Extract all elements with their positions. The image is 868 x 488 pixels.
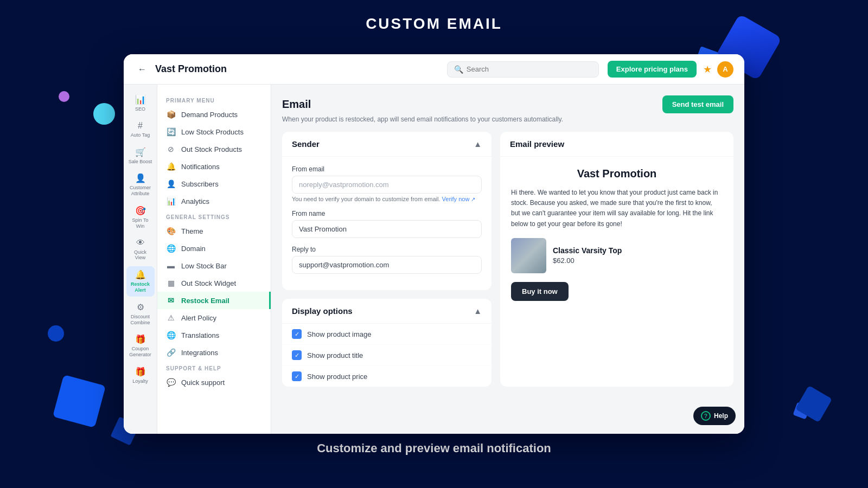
preview-body-text: Hi there. We wanted to let you know that… [511, 188, 723, 229]
nav-notifications[interactable]: 🔔 Notifications [157, 158, 271, 175]
sidebar-item-quick-view[interactable]: 👁 Quick View [126, 235, 155, 265]
notifications-icon: 🔔 [166, 162, 176, 171]
sender-card: Sender ▲ From email You need to verify y… [282, 132, 492, 290]
app-header: ← Vast Promotion 🔍 Explore pricing plans… [124, 54, 744, 85]
nav-alert-policy[interactable]: ⚠ Alert Policy [157, 309, 271, 326]
from-email-hint: You need to verify your domain to custom… [292, 196, 482, 202]
show-product-title-checkbox[interactable]: ✓ [292, 350, 302, 360]
seo-label: SEO [135, 106, 145, 112]
show-product-price-label: Show product price [307, 373, 367, 381]
outstockwidget-icon: ▦ [166, 279, 176, 287]
restock-icon: 🔔 [135, 269, 146, 280]
display-options-card: Display options ▲ ✓ Show product image ✓… [282, 299, 492, 387]
outstock-icon: ⊘ [166, 145, 176, 153]
coupon-label: Coupon Generator [129, 346, 152, 358]
two-column-layout: Sender ▲ From email You need to verify y… [282, 132, 733, 387]
from-email-input[interactable] [292, 176, 482, 194]
integrations-icon: 🔗 [166, 348, 176, 357]
buy-it-now-button[interactable]: Buy it now [511, 282, 569, 301]
sender-title: Sender [292, 139, 320, 149]
send-test-email-button[interactable]: Send test email [662, 95, 733, 113]
nav-out-stock-widget[interactable]: ▦ Out Stock Widget [157, 274, 271, 292]
outstock-label: Out Stock Products [181, 145, 242, 153]
translations-icon: 🌐 [166, 331, 176, 339]
explore-pricing-button[interactable]: Explore pricing plans [608, 61, 697, 78]
quicksupport-icon: 💬 [166, 378, 176, 387]
verify-now-link[interactable]: Verify now [442, 196, 476, 202]
preview-store-name: Vast Promotion [511, 168, 723, 180]
nav-restock-email[interactable]: ✉ Restock Email [157, 292, 271, 309]
sidebar-item-customer-attribute[interactable]: 👤 Customer Attribute [126, 170, 155, 200]
restock-label: Restock Alert [129, 281, 152, 293]
show-product-price-checkbox[interactable]: ✓ [292, 371, 302, 381]
sender-collapse-icon[interactable]: ▲ [474, 139, 482, 149]
sender-card-header: Sender ▲ [282, 132, 492, 157]
product-title: Classic Varsity Top [553, 246, 622, 255]
sidebar-item-coupon[interactable]: 🎁 Coupon Generator [126, 331, 155, 361]
sidebar-item-auto-tag[interactable]: # Auto Tag [126, 118, 155, 142]
show-product-price-row: ✓ Show product price [282, 366, 492, 387]
app-window: ← Vast Promotion 🔍 Explore pricing plans… [124, 54, 744, 434]
nav-translations[interactable]: 🌐 Translations [157, 326, 271, 344]
sidebar-item-spin-to-win[interactable]: 🎯 Spin To Win [126, 202, 155, 233]
nav-sidebar: PRIMARY MENU 📦 Demand Products 🔄 Low Sto… [157, 85, 271, 434]
sidebar-item-sale-boost[interactable]: 🛒 Sale Boost [126, 144, 155, 168]
from-name-input[interactable] [292, 220, 482, 238]
sidebar-item-discount-combine[interactable]: ⚙ Discount Combine [126, 299, 155, 329]
app-title: Vast Promotion [155, 63, 227, 75]
spin-icon: 🎯 [135, 206, 146, 216]
quickview-icon: 👁 [136, 238, 145, 248]
notifications-label: Notifications [181, 163, 220, 171]
back-button[interactable]: ← [135, 62, 150, 77]
from-name-group: From name [292, 210, 482, 238]
email-description: When your product is restocked, app will… [282, 115, 733, 123]
sidebar-item-restock-alert[interactable]: 🔔 Restock Alert [126, 266, 155, 297]
help-button[interactable]: ? Help [693, 407, 736, 425]
display-options-header: Display options ▲ [282, 299, 492, 324]
app-body: 📊 SEO # Auto Tag 🛒 Sale Boost 👤 Customer… [124, 85, 744, 434]
display-collapse-icon[interactable]: ▲ [474, 306, 482, 316]
nav-domain[interactable]: 🌐 Domain [157, 240, 271, 257]
nav-quick-support[interactable]: 💬 Quick support [157, 374, 271, 391]
customer-label: Customer Attribute [129, 185, 152, 197]
coupon-icon: 🎁 [135, 334, 146, 344]
support-label: SUPPORT & HELP [157, 361, 271, 374]
from-email-label: From email [292, 165, 482, 173]
nav-theme[interactable]: 🎨 Theme [157, 222, 271, 240]
show-product-title-row: ✓ Show product title [282, 345, 492, 366]
nav-analytics[interactable]: 📊 Analytics [157, 192, 271, 210]
reply-to-input[interactable] [292, 256, 482, 274]
display-options-title: Display options [292, 306, 353, 316]
nav-demand-products[interactable]: 📦 Demand Products [157, 106, 271, 123]
reply-to-group: Reply to [292, 246, 482, 274]
page-bg-title: CUSTOM EMAIL [0, 15, 868, 33]
subscribers-icon: 👤 [166, 179, 176, 188]
help-circle-icon: ? [701, 411, 711, 421]
show-product-image-checkbox[interactable]: ✓ [292, 329, 302, 339]
deco-circle-1 [59, 91, 69, 102]
spin-label: Spin To Win [129, 217, 152, 229]
avatar[interactable]: A [717, 61, 733, 78]
lowstock-icon: 🔄 [166, 127, 176, 136]
general-settings-label: GENERAL SETTINGS [157, 210, 271, 222]
show-product-image-row: ✓ Show product image [282, 324, 492, 345]
sidebar-item-seo[interactable]: 📊 SEO [126, 91, 155, 115]
search-input[interactable] [467, 65, 592, 73]
lowstock-label: Low Stock Products [181, 128, 244, 136]
nav-integrations[interactable]: 🔗 Integrations [157, 344, 271, 361]
nav-subscribers[interactable]: 👤 Subscribers [157, 175, 271, 192]
sidebar-item-loyalty[interactable]: 🎁 Loyalty [126, 363, 155, 388]
nav-low-stock[interactable]: 🔄 Low Stock Products [157, 123, 271, 140]
email-preview-body: Vast Promotion Hi there. We wanted to le… [500, 157, 733, 312]
nav-out-stock[interactable]: ⊘ Out Stock Products [157, 140, 271, 158]
autotag-label: Auto Tag [131, 132, 150, 138]
customer-icon: 👤 [135, 173, 146, 183]
alertpolicy-icon: ⚠ [166, 313, 176, 322]
saleboost-label: Sale Boost [129, 159, 152, 165]
saleboost-icon: 🛒 [135, 147, 146, 157]
nav-low-stock-bar[interactable]: ▬ Low Stock Bar [157, 257, 271, 274]
favorite-icon[interactable]: ★ [703, 63, 712, 75]
deco-gem-6 [795, 386, 832, 422]
quicksupport-label: Quick support [181, 378, 225, 387]
loyalty-icon: 🎁 [135, 367, 146, 377]
